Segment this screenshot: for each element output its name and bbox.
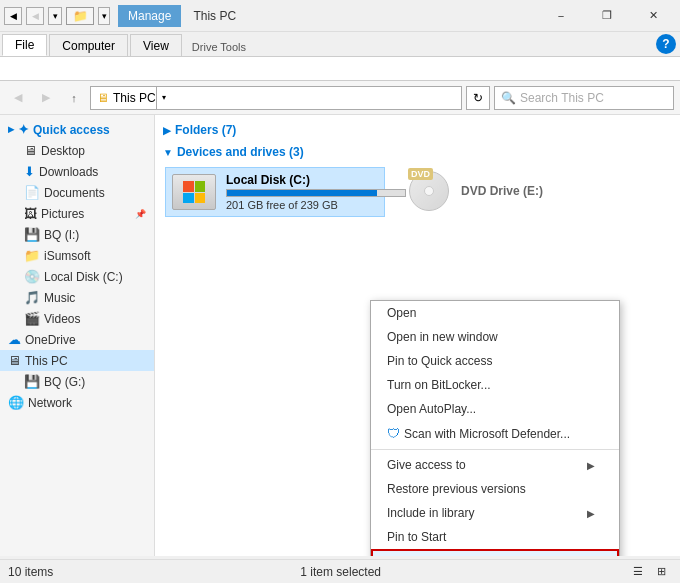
tab-view[interactable]: View (130, 34, 182, 56)
sidebar-label-desktop: Desktop (41, 144, 85, 158)
downloads-icon: ⬇ (24, 164, 35, 179)
sidebar-item-network[interactable]: 🌐 Network (0, 392, 154, 413)
dvd-center-hole (424, 186, 434, 196)
sidebar-item-desktop[interactable]: 🖥 Desktop (0, 140, 154, 161)
cm-open-new-window[interactable]: Open in new window (371, 325, 619, 349)
address-dropdown[interactable]: ▾ (156, 87, 172, 109)
cm-format[interactable]: Format... (371, 549, 619, 556)
sidebar-label-pictures: Pictures (41, 207, 84, 221)
folder-icon: 🖥 (97, 91, 109, 105)
sidebar-item-onedrive[interactable]: ☁ OneDrive (0, 329, 154, 350)
expand-arrow-quick: ▶ (8, 125, 14, 134)
dvd-info: DVD Drive (E:) (461, 184, 543, 198)
dvd-name: DVD Drive (E:) (461, 184, 543, 198)
cm-give-access-to[interactable]: Give access to ▶ (371, 453, 619, 477)
devices-header[interactable]: ▼ Devices and drives (3) (163, 145, 672, 159)
main-area: ▶ ✦ Quick access 🖥 Desktop ⬇ Downloads 📄… (0, 115, 680, 556)
dvd-label: DVD (408, 168, 433, 180)
folders-arrow: ▶ (163, 125, 171, 136)
cm-scan-defender[interactable]: 🛡 Scan with Microsoft Defender... (371, 421, 619, 446)
sidebar-item-local-disk-c[interactable]: 💿 Local Disk (C:) (0, 266, 154, 287)
desktop-icon: 🖥 (24, 143, 37, 158)
help-button[interactable]: ? (656, 34, 676, 54)
cm-turn-on-bitlocker[interactable]: Turn on BitLocker... (371, 373, 619, 397)
context-menu: Open Open in new window Pin to Quick acc… (370, 300, 620, 556)
tab-file[interactable]: File (2, 34, 47, 56)
win-logo-q2 (195, 181, 206, 192)
sidebar-label-this-pc: This PC (25, 354, 68, 368)
local-disk-info: Local Disk (C:) 201 GB free of 239 GB (226, 173, 406, 211)
cm-arrow-give-access: ▶ (587, 460, 595, 471)
back-button[interactable]: ◀ (6, 86, 30, 110)
cm-include-library[interactable]: Include in library ▶ (371, 501, 619, 525)
cm-pin-quick-access[interactable]: Pin to Quick access (371, 349, 619, 373)
device-local-disk-c[interactable]: Local Disk (C:) 201 GB free of 239 GB (165, 167, 385, 217)
close-button[interactable]: ✕ (630, 0, 676, 32)
large-icons-view-button[interactable]: ⊞ (652, 562, 672, 582)
cm-restore-previous[interactable]: Restore previous versions (371, 477, 619, 501)
restore-button[interactable]: ❐ (584, 0, 630, 32)
sidebar-label-onedrive: OneDrive (25, 333, 76, 347)
onedrive-icon: ☁ (8, 332, 21, 347)
details-view-button[interactable]: ☰ (628, 562, 648, 582)
quick-access-btn2[interactable]: ◀ (26, 7, 44, 25)
quick-access-btn4[interactable]: 📁 (66, 7, 94, 25)
cm-pin-to-start[interactable]: Pin to Start (371, 525, 619, 549)
cm-open[interactable]: Open (371, 301, 619, 325)
devices-label: Devices and drives (3) (177, 145, 304, 159)
sidebar-item-bq-i[interactable]: 💾 BQ (I:) (0, 224, 154, 245)
quick-access-btn5[interactable]: ▾ (98, 7, 110, 25)
pin-icon-pictures: 📌 (135, 209, 146, 219)
sidebar-item-videos[interactable]: 🎬 Videos (0, 308, 154, 329)
content-area: ▶ Folders (7) ▼ Devices and drives (3) (155, 115, 680, 556)
quick-access-btn1[interactable]: ◀ (4, 7, 22, 25)
sidebar-label-music: Music (44, 291, 75, 305)
sidebar-item-isumsoft[interactable]: 📁 iSumsoft (0, 245, 154, 266)
quick-access-btn3[interactable]: ▾ (48, 7, 62, 25)
drive-tools-label: Drive Tools (192, 41, 246, 56)
search-icon: 🔍 (501, 91, 516, 105)
sidebar-label-videos: Videos (44, 312, 80, 326)
device-dvd-drive[interactable]: DVD DVD Drive (E:) (401, 167, 621, 217)
search-box[interactable]: 🔍 Search This PC (494, 86, 674, 110)
sidebar-item-music[interactable]: 🎵 Music (0, 287, 154, 308)
devices-list: Local Disk (C:) 201 GB free of 239 GB (163, 165, 672, 219)
defender-icon: 🛡 (387, 426, 400, 441)
address-box[interactable]: 🖥 This PC ▾ (90, 86, 462, 110)
sidebar-item-bq-g[interactable]: 💾 BQ (G:) (0, 371, 154, 392)
network-icon: 🌐 (8, 395, 24, 410)
sidebar-label-downloads: Downloads (39, 165, 98, 179)
this-pc-title: This PC (181, 5, 248, 27)
dvd-icon-wrap: DVD (405, 171, 453, 211)
localdisk-icon-sidebar: 💿 (24, 269, 40, 284)
minimize-button[interactable]: − (538, 0, 584, 32)
folders-label: Folders (7) (175, 123, 236, 137)
address-bar: ◀ ▶ ↑ 🖥 This PC ▾ ↻ 🔍 Search This PC (0, 81, 680, 115)
refresh-button[interactable]: ↻ (466, 86, 490, 110)
dvd-drive-row: DVD DVD Drive (E:) (405, 171, 543, 211)
status-selected: 1 item selected (300, 565, 381, 579)
search-placeholder: Search This PC (520, 91, 604, 105)
forward-button[interactable]: ▶ (34, 86, 58, 110)
music-icon: 🎵 (24, 290, 40, 305)
up-button[interactable]: ↑ (62, 86, 86, 110)
tab-computer[interactable]: Computer (49, 34, 128, 56)
sidebar-item-this-pc[interactable]: 🖥 This PC (0, 350, 154, 371)
ribbon: File Computer View Drive Tools ? (0, 32, 680, 81)
window-controls: − ❐ ✕ (538, 0, 676, 32)
folders-header[interactable]: ▶ Folders (7) (163, 123, 672, 137)
sidebar-item-pictures[interactable]: 🖼 Pictures 📌 (0, 203, 154, 224)
cm-open-autoplay[interactable]: Open AutoPlay... (371, 397, 619, 421)
sidebar-item-quick-access[interactable]: ▶ ✦ Quick access (0, 119, 154, 140)
sidebar-item-downloads[interactable]: ⬇ Downloads (0, 161, 154, 182)
storage-progress-bar (226, 189, 406, 197)
view-controls: ☰ ⊞ (628, 562, 672, 582)
manage-tab-title[interactable]: Manage (118, 5, 181, 27)
sidebar-label-network: Network (28, 396, 72, 410)
star-icon: ✦ (18, 122, 29, 137)
cm-arrow-library: ▶ (587, 508, 595, 519)
sidebar-label-bq-i: BQ (I:) (44, 228, 79, 242)
devices-section: ▼ Devices and drives (3) (163, 145, 672, 219)
sidebar-item-documents[interactable]: 📄 Documents (0, 182, 154, 203)
folder-icon-isumsoft: 📁 (24, 248, 40, 263)
